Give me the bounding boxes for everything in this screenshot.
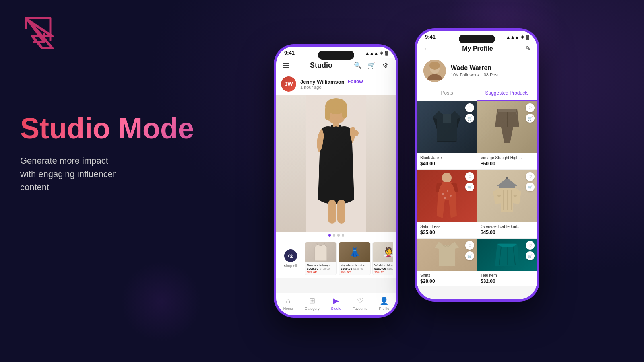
product-card-dress[interactable]: ♡ 🛒 Satin dress $35.00	[417, 170, 477, 238]
discount-2: 15% off	[341, 271, 369, 274]
product-info-shirts: Shirts $28.00	[417, 271, 477, 286]
tab-suggested-products[interactable]: Suggested Products	[477, 86, 537, 101]
price-old-1: $420.00	[320, 267, 330, 270]
cart-btn-teal[interactable]: 🛒	[526, 251, 535, 260]
wishlist-btn-jacket[interactable]: ♡	[465, 103, 474, 112]
cart-btn-dress[interactable]: 🛒	[465, 183, 474, 191]
svg-point-18	[442, 173, 452, 183]
favourite-label: Favourite	[353, 306, 368, 311]
home-label: Home	[283, 306, 293, 311]
discount-3: 15% off	[374, 271, 393, 274]
product-name-jeans: Vintage Straight High...	[481, 156, 534, 160]
svg-rect-3	[325, 106, 330, 120]
settings-icon[interactable]: ⚙	[381, 61, 390, 70]
phone1-status-icons: ▲▲▲ ◈ ▓	[365, 50, 388, 56]
wishlist-btn-dress[interactable]: ♡	[465, 172, 474, 181]
nav-favourite[interactable]: ♡ Favourite	[351, 296, 369, 311]
nav-category[interactable]: ⊞ Category	[303, 296, 321, 311]
phone2-status-icons: ▲▲▲ ◈ ▓	[506, 34, 529, 39]
phone1: 9:41 ▲▲▲ ◈ ▓ Studio 🔍 🛒 ⚙ JW Jenny Willi…	[274, 44, 398, 318]
product-mini-prices-3: $169.00 $199.00	[374, 267, 393, 271]
search-icon[interactable]: 🔍	[353, 61, 362, 70]
wifi-icon: ◈	[380, 50, 383, 56]
svg-rect-10	[337, 200, 345, 224]
svg-rect-7	[339, 125, 341, 130]
back-button[interactable]: ←	[423, 45, 430, 52]
wishlist-btn-shirts[interactable]: ♡	[465, 241, 474, 250]
product-mini-name-3: Wedded bliss white	[374, 263, 393, 267]
products-grid: ♡ 🛒 Black Jacket $40.00 ♡ 🛒	[417, 101, 537, 286]
category-label: Category	[305, 306, 320, 311]
home-icon: ⌂	[286, 297, 290, 305]
cart-btn-knit[interactable]: 🛒	[526, 183, 535, 191]
profile-details: Wade Warren 10K Followers 08 Post	[451, 64, 530, 77]
cart-icon[interactable]: 🛒	[367, 61, 376, 70]
edit-button[interactable]: ✎	[525, 45, 530, 52]
svg-point-8	[352, 130, 359, 136]
followers-stat: 10K Followers	[451, 72, 479, 77]
phone1-time: 9:41	[284, 50, 295, 56]
product-mini-img-2: 👗	[339, 242, 370, 262]
cart-btn-jeans[interactable]: 🛒	[526, 114, 535, 123]
wishlist-btn-jeans[interactable]: ♡	[526, 103, 535, 112]
cart-btn-jacket[interactable]: 🛒	[465, 114, 474, 123]
dot-1	[328, 234, 331, 237]
product-mini-info-3: Wedded bliss white $169.00 $199.00 15% o…	[373, 262, 393, 275]
svg-rect-17	[498, 109, 516, 112]
product-card-jeans[interactable]: ♡ 🛒 Vintage Straight High... $60.00	[477, 101, 537, 169]
signal-icon2: ▲▲▲	[506, 35, 519, 39]
profile-icon: 👤	[380, 296, 388, 305]
product-name-dress: Satin dress	[420, 224, 473, 229]
product-mini-2[interactable]: 👗 My whole heart emer... $169.00 $199.00…	[339, 242, 371, 275]
product-actions-jeans: ♡ 🛒	[526, 103, 535, 123]
follow-button[interactable]: Follow	[348, 79, 363, 84]
product-actions-jacket: ♡ 🛒	[465, 103, 474, 123]
subtext: Generate more impactwith engaging influe…	[20, 154, 221, 194]
shop-all-button[interactable]: 🛍 Shop All	[279, 249, 301, 268]
product-name-teal: Teal Item	[481, 273, 534, 278]
product-mini-3[interactable]: 👰 Wedded bliss white $169.00 $199.00 15%…	[372, 242, 393, 275]
user-name: Jenny Williamson	[300, 79, 345, 85]
svg-point-19	[442, 193, 444, 195]
phone1-side-button	[397, 119, 398, 139]
tab-posts[interactable]: Posts	[417, 86, 477, 101]
wishlist-btn-teal[interactable]: ♡	[526, 241, 535, 250]
product-mini-prices-1: $399.00 $420.00	[307, 267, 335, 271]
product-info-dress: Satin dress $35.00	[417, 222, 477, 238]
product-mini-img-1	[305, 242, 336, 262]
product-mini-prices-2: $169.00 $199.00	[341, 267, 369, 271]
cart-btn-shirts[interactable]: 🛒	[465, 251, 474, 260]
studio-icon: ▶	[333, 296, 339, 305]
post-time: 1 hour ago	[300, 85, 391, 90]
product-price-jacket: $40.00	[420, 161, 473, 167]
phone2-time: 9:41	[425, 34, 436, 40]
shop-bag-icon: 🛍	[284, 249, 297, 262]
phone2-header: ← My Profile ✎	[417, 41, 537, 56]
product-mini-1[interactable]: Now and always whi... $399.00 $420.00 50…	[305, 242, 337, 275]
wishlist-btn-knit[interactable]: ♡	[526, 172, 535, 181]
product-price-dress: $35.00	[420, 230, 473, 235]
phone1-island	[318, 51, 354, 60]
nav-studio[interactable]: ▶ Studio	[327, 296, 345, 311]
studio-label: Studio	[331, 306, 341, 311]
product-actions-shirts: ♡ 🛒	[465, 241, 474, 260]
product-card-jacket[interactable]: ♡ 🛒 Black Jacket $40.00	[417, 101, 477, 169]
product-price-teal: $32.00	[481, 278, 534, 284]
posts-stat: 08 Post	[484, 72, 499, 77]
menu-icon[interactable]	[283, 63, 289, 68]
nav-profile[interactable]: 👤 Profile	[375, 296, 393, 311]
wifi-icon2: ◈	[521, 34, 524, 39]
product-mini-info-2: My whole heart emer... $169.00 $199.00 1…	[339, 262, 370, 275]
product-card-teal[interactable]: ♡ 🛒 Teal Item $32.00	[477, 239, 537, 286]
user-info: Jenny Williamson Follow 1 hour ago	[300, 79, 391, 90]
product-card-shirts[interactable]: ♡ 🛒 Shirts $28.00	[417, 239, 477, 286]
svg-rect-6	[331, 125, 333, 130]
deco-circle-bottom	[121, 261, 201, 342]
svg-point-23	[506, 177, 508, 179]
profile-avatar	[423, 60, 446, 82]
phone2: 9:41 ▲▲▲ ◈ ▓ ← My Profile ✎ Wade W	[415, 28, 539, 302]
svg-point-22	[450, 195, 452, 197]
post-img-bg	[276, 95, 396, 232]
nav-home[interactable]: ⌂ Home	[279, 297, 297, 311]
product-card-knit[interactable]: ♡ 🛒 Oversized cable-knit... $45.00	[477, 170, 537, 238]
